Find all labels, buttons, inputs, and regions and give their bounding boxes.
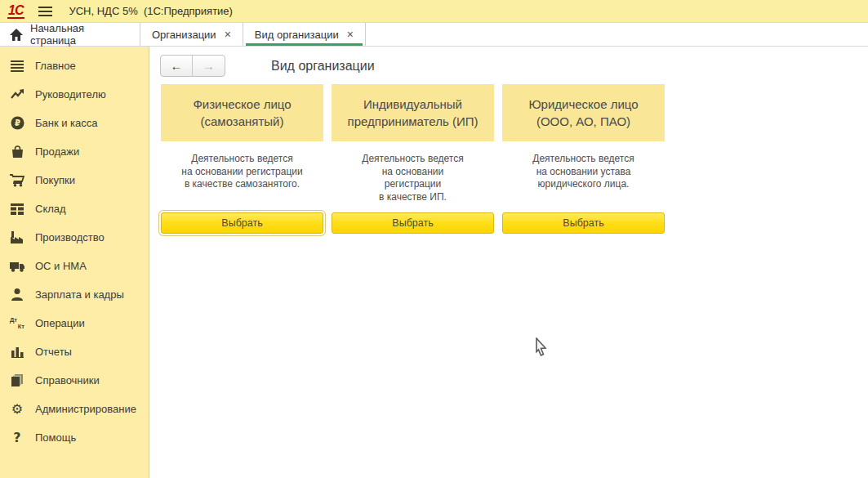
sidebar-item-label: Операции [35,317,85,329]
card-description: Деятельность ведется на основании устава… [502,153,665,212]
card-title-line: (самозанятый) [201,113,284,130]
select-button-legal-entity[interactable]: Выбрать [502,212,665,234]
tab-label: Вид организации [255,29,339,41]
svg-text:₽: ₽ [15,118,20,127]
sidebar-item-sales[interactable]: Продажи [0,137,149,166]
card-legal-entity: Юридическое лицо (ООО, АО, ПАО) Деятельн… [502,84,665,234]
tab-organizations[interactable]: Организации × [140,23,243,46]
forward-button[interactable]: → [193,56,225,76]
sidebar-item-salary-hr[interactable]: Зарплата и кадры [0,280,149,309]
card-title-line: Юридическое лицо [528,96,638,113]
card-title-line: Индивидуальный [363,96,462,113]
card-title-line: (ООО, АО, ПАО) [536,113,630,130]
sidebar-item-production[interactable]: Производство [0,223,149,252]
sidebar-item-warehouse[interactable]: Склад [0,194,149,223]
sidebar-item-manager[interactable]: Руководителю [0,80,149,109]
card-title-line: Физическое лицо [193,96,291,113]
sidebar-item-label: Руководителю [35,88,106,101]
books-icon [9,373,25,388]
active-tab-indicator [246,43,363,46]
sidebar-item-label: Отчеты [35,346,72,358]
main-content: ← → Вид организации Физическое лицо (сам… [150,47,868,478]
sidebar-item-purchases[interactable]: Покупки [0,166,149,194]
card-description: Деятельность ведется на основании регист… [161,153,323,212]
sidebar-item-label: Склад [35,203,66,215]
warehouse-grid-icon [9,202,25,217]
navigation-row: ← → Вид организации [160,55,868,77]
window-title: УСН, НДС 5% (1С:Предприятие) [69,5,232,17]
card-header: Индивидуальный предприниматель (ИП) [332,84,494,141]
select-button-self-employed[interactable]: Выбрать [161,212,323,234]
card-title-line: предприниматель (ИП) [348,113,479,130]
person-icon [9,288,25,302]
card-header: Физическое лицо (самозанятый) [161,84,323,141]
card-individual-self-employed: Физическое лицо (самозанятый) Деятельнос… [161,84,323,234]
close-icon[interactable]: × [225,29,231,40]
tab-bar: Начальная страница Организации × Вид орг… [0,23,868,47]
sidebar-item-label: ОС и НМА [35,260,87,272]
factory-icon [9,230,25,245]
sidebar-item-label: Справочники [35,374,100,386]
sidebar-item-label: Главное [35,60,76,72]
truck-icon [9,259,25,274]
sidebar-item-label: Администрирование [35,403,136,415]
question-icon: ? [9,431,25,445]
sidebar-item-label: Зарплата и кадры [35,288,124,301]
title-bar: 1С УСН, НДС 5% (1С:Предприятие) [0,0,868,23]
section-sidebar: Главное Руководителю ₽ Банк и касса Прод… [0,47,149,478]
card-description: Деятельность ведется на основании регист… [332,153,494,212]
main-menu-icon[interactable] [38,7,52,16]
organization-type-cards: Физическое лицо (самозанятый) Деятельнос… [161,84,868,234]
sidebar-item-label: Банк и касса [35,117,98,129]
1c-logo-icon: 1С [7,3,24,19]
page-title: Вид организации [271,59,375,74]
sidebar-item-directories[interactable]: Справочники [0,366,149,395]
sidebar-item-label: Продажи [35,145,79,158]
tab-organization-type[interactable]: Вид организации × [243,23,366,46]
tab-label: Начальная страница [30,22,128,47]
home-icon [10,29,23,41]
bar-chart-icon [9,345,25,360]
sidebar-item-administration[interactable]: ⚙ Администрирование [0,395,149,423]
tab-label: Организации [152,29,216,41]
sidebar-item-fixed-assets[interactable]: ОС и НМА [0,252,149,280]
sidebar-item-bank-cash[interactable]: ₽ Банк и касса [0,109,149,137]
card-individual-entrepreneur: Индивидуальный предприниматель (ИП) Деят… [332,84,494,234]
menu-lines-icon [9,59,25,74]
ruble-circle-icon: ₽ [9,116,25,131]
close-icon[interactable]: × [347,29,354,40]
sidebar-item-label: Покупки [35,174,75,186]
sidebar-item-label: Помощь [35,431,76,444]
sidebar-item-reports[interactable]: Отчеты [0,337,149,366]
shopping-bag-icon [9,145,25,159]
sidebar-item-help[interactable]: ? Помощь [0,423,149,452]
sidebar-item-main[interactable]: Главное [0,51,149,80]
sidebar-item-operations[interactable]: ДтКт Операции [0,309,149,337]
select-button-entrepreneur[interactable]: Выбрать [332,212,494,234]
sidebar-item-label: Производство [35,231,105,243]
trend-up-icon [9,87,25,102]
shopping-cart-icon [9,173,25,188]
card-header: Юридическое лицо (ООО, АО, ПАО) [502,84,665,141]
debit-credit-icon: ДтКт [9,316,25,331]
back-button[interactable]: ← [161,56,193,76]
history-nav-group: ← → [160,55,225,77]
app-window: 1С УСН, НДС 5% (1С:Предприятие) Начальна… [0,0,868,478]
tab-home-page[interactable]: Начальная страница [0,23,140,46]
gear-icon: ⚙ [9,402,25,417]
